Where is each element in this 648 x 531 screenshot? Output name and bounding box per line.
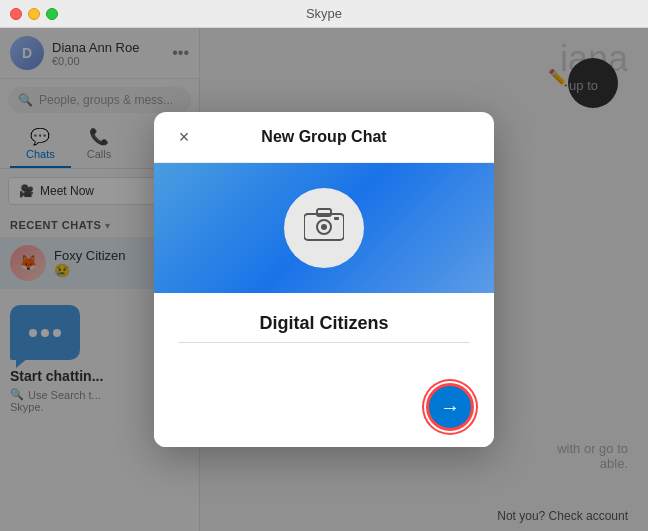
modal-title: New Group Chat: [261, 128, 386, 146]
close-button[interactable]: [10, 8, 22, 20]
minimize-button[interactable]: [28, 8, 40, 20]
new-group-chat-modal: × New Group Chat: [154, 112, 494, 447]
svg-point-2: [321, 224, 327, 230]
modal-footer: →: [154, 367, 494, 447]
camera-icon: [304, 207, 344, 249]
modal-banner: [154, 163, 494, 293]
modal-overlay: × New Group Chat: [0, 28, 648, 531]
next-button[interactable]: →: [426, 383, 474, 431]
modal-header: × New Group Chat: [154, 112, 494, 163]
window-controls: [10, 8, 58, 20]
group-name-container: Digital Citizens: [178, 313, 470, 343]
modal-close-button[interactable]: ×: [170, 123, 198, 151]
group-photo-button[interactable]: [284, 188, 364, 268]
titlebar: Skype: [0, 0, 648, 28]
group-name-text: Digital Citizens: [178, 313, 470, 334]
app-container: D Diana Ann Roe €0,00 ••• 🔍 People, grou…: [0, 28, 648, 531]
modal-body: Digital Citizens: [154, 293, 494, 367]
maximize-button[interactable]: [46, 8, 58, 20]
window-title: Skype: [306, 6, 342, 21]
close-icon: ×: [179, 127, 190, 148]
svg-rect-4: [334, 217, 339, 220]
next-arrow-icon: →: [440, 397, 460, 417]
